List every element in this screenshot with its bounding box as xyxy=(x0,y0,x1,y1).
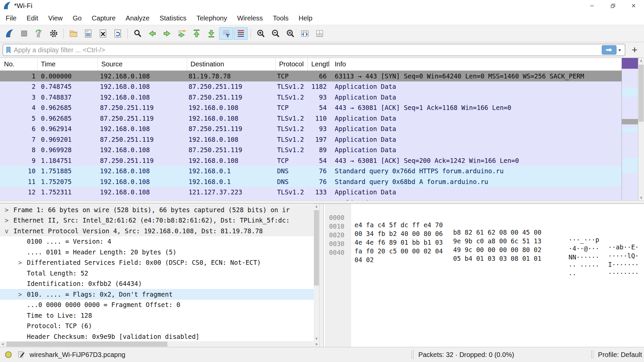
packet-row[interactable]: 7 0.969201 87.250.251.119 192.168.0.108 … xyxy=(0,134,622,145)
detail-line[interactable]: > Ethernet II, Src: Intel_82:61:62 (e4:7… xyxy=(0,215,314,226)
filter-bookmark-icon[interactable] xyxy=(4,45,14,55)
colorize-button[interactable] xyxy=(219,27,233,40)
hex-row[interactable]: 0020 4e 4e f6 89 01 bb b1 03 49 9c 00 00… xyxy=(324,224,644,233)
column-header-info[interactable]: Info xyxy=(329,58,622,70)
horizontal-splitter[interactable] xyxy=(0,200,644,203)
menu-item-help[interactable]: Help xyxy=(293,12,317,24)
menu-item-analyze[interactable]: Analyze xyxy=(121,12,155,24)
scroll-right-icon[interactable]: > xyxy=(314,341,319,347)
menu-item-edit[interactable]: Edit xyxy=(21,12,43,24)
column-header-destination[interactable]: Destination xyxy=(187,58,276,70)
packet-row[interactable]: 8 0.969928 192.168.0.108 87.250.251.119 … xyxy=(0,145,622,156)
detail-line[interactable]: > Frame 1: 66 bytes on wire (528 bits), … xyxy=(0,204,314,215)
menu-item-capture[interactable]: Capture xyxy=(87,12,120,24)
capture-options-button[interactable] xyxy=(47,27,61,40)
packet-row[interactable]: 11 1.752075 192.168.0.108 192.168.0.1 DN… xyxy=(0,176,622,187)
scrollbar-thumb[interactable] xyxy=(639,65,644,122)
expander-icon[interactable]: > xyxy=(5,217,13,224)
go-forward-button[interactable] xyxy=(160,27,174,40)
go-back-button[interactable] xyxy=(145,27,159,40)
detail-line[interactable]: 0100 .... = Version: 4 xyxy=(0,236,314,247)
zoom-out-button[interactable] xyxy=(268,27,282,40)
open-file-button[interactable] xyxy=(66,27,80,40)
packet-row[interactable]: 12 1.752311 192.168.0.108 121.127.37.223… xyxy=(0,187,622,198)
capture-comment-icon[interactable] xyxy=(17,350,25,359)
packet-row[interactable]: 4 0.962685 87.250.251.119 192.168.0.108 … xyxy=(0,103,622,113)
vertical-splitter[interactable] xyxy=(319,204,324,347)
go-to-packet-button[interactable] xyxy=(175,27,189,40)
packet-list-minimap[interactable] xyxy=(622,58,638,200)
scroll-down-icon[interactable]: ∨ xyxy=(638,195,644,200)
packet-row[interactable]: 9 1.184751 87.250.251.119 192.168.0.108 … xyxy=(0,155,622,166)
profile-label[interactable]: Profile: Default xyxy=(598,351,642,359)
close-button[interactable] xyxy=(623,0,644,11)
display-filter-input[interactable] xyxy=(14,45,602,55)
find-packet-button[interactable] xyxy=(130,27,145,40)
column-header-protocol[interactable]: Protocol xyxy=(276,58,308,70)
resize-columns-button[interactable] xyxy=(298,27,312,40)
packet-row[interactable]: 5 0.962685 87.250.251.119 192.168.0.108 … xyxy=(0,113,622,124)
column-header-no[interactable]: No. xyxy=(0,58,38,70)
minimize-button[interactable] xyxy=(582,0,602,11)
detail-line[interactable]: Total Length: 52 xyxy=(0,268,314,279)
go-first-button[interactable] xyxy=(190,27,204,40)
detail-line[interactable]: Time to Live: 128 xyxy=(0,310,314,321)
scroll-left-icon[interactable]: < xyxy=(0,341,6,347)
column-header-source[interactable]: Source xyxy=(98,58,187,70)
detail-line[interactable]: Identification: 0xfbb2 (64434) xyxy=(0,279,314,289)
detail-line[interactable]: > Differentiated Services Field: 0x00 (D… xyxy=(0,257,314,268)
scrollbar-thumb[interactable] xyxy=(314,210,319,286)
expander-icon[interactable]: > xyxy=(18,291,27,298)
menu-item-go[interactable]: Go xyxy=(68,12,87,24)
packet-row[interactable]: 2 0.748745 192.168.0.108 87.250.251.119 … xyxy=(0,81,622,92)
restart-capture-button[interactable] xyxy=(32,27,46,40)
expander-icon[interactable]: > xyxy=(5,206,13,214)
apply-filter-button[interactable] xyxy=(602,45,616,55)
details-horizontal-scrollbar[interactable]: < > xyxy=(0,341,319,347)
menu-item-wireless[interactable]: Wireless xyxy=(232,12,268,24)
hex-row[interactable]: 0010 00 34 fb b2 40 00 80 06 9e 9b c0 a8… xyxy=(324,215,644,224)
detail-line[interactable]: .... 0101 = Header Length: 20 bytes (5) xyxy=(0,247,314,257)
layout-button[interactable]: 123 xyxy=(313,27,327,40)
stop-capture-button[interactable] xyxy=(17,27,31,40)
column-header-length[interactable]: Length xyxy=(308,58,329,70)
filter-dropdown-chevron-icon[interactable]: ▾ xyxy=(618,47,624,53)
scrollbar-thumb[interactable] xyxy=(6,342,167,347)
menu-item-file[interactable]: File xyxy=(1,12,21,24)
column-header-time[interactable]: Time xyxy=(38,58,98,70)
details-vertical-scrollbar[interactable]: ∧ ∨ xyxy=(314,204,319,341)
expert-info-icon[interactable] xyxy=(4,350,13,359)
zoom-original-button[interactable] xyxy=(283,27,297,40)
expander-icon[interactable]: > xyxy=(18,259,27,266)
packet-row[interactable]: 6 0.962914 192.168.0.108 87.250.251.119 … xyxy=(0,124,622,134)
start-capture-button[interactable] xyxy=(2,27,16,40)
menu-item-statistics[interactable]: Statistics xyxy=(155,12,192,24)
reload-file-button[interactable] xyxy=(111,27,125,40)
hex-row[interactable]: 0000 e4 fa c4 5f dc ff e4 70 b8 82 61 62… xyxy=(324,206,644,215)
packet-row[interactable]: 13 1.752371 192.168.0.108 121.127.37.223… xyxy=(0,197,622,200)
close-file-button[interactable] xyxy=(96,27,110,40)
packet-row[interactable]: 1 0.000000 192.168.0.108 81.19.78.78 TCP… xyxy=(0,71,622,81)
packet-list-scrollbar[interactable]: ∧ ∨ xyxy=(638,58,644,200)
scroll-down-icon[interactable]: ∨ xyxy=(314,336,319,341)
scroll-up-icon[interactable]: ∧ xyxy=(314,204,319,209)
hex-row[interactable]: 0040 04 02 ·· xyxy=(324,241,644,250)
detail-line[interactable]: ...0 0000 0000 0000 = Fragment Offset: 0 xyxy=(0,300,314,310)
packet-row[interactable]: 3 0.748837 192.168.0.108 87.250.251.119 … xyxy=(0,92,622,103)
autoscroll-button[interactable] xyxy=(234,27,248,40)
scroll-up-icon[interactable]: ∧ xyxy=(638,58,644,64)
packet-bytes-pane[interactable]: 0000 e4 fa c4 5f dc ff e4 70 b8 82 61 62… xyxy=(324,204,644,347)
detail-line[interactable]: > 010. .... = Flags: 0x2, Don't fragment xyxy=(0,289,314,300)
detail-line[interactable]: v Internet Protocol Version 4, Src: 192.… xyxy=(0,226,314,236)
add-filter-button[interactable]: + xyxy=(628,44,641,56)
menu-item-telephony[interactable]: Telephony xyxy=(192,12,232,24)
save-file-button[interactable] xyxy=(81,27,95,40)
detail-line[interactable]: Header Checksum: 0x9e9b [validation disa… xyxy=(0,331,314,341)
detail-line[interactable]: Protocol: TCP (6) xyxy=(0,321,314,331)
go-last-button[interactable] xyxy=(204,27,218,40)
restore-button[interactable] xyxy=(602,0,623,11)
menu-item-tools[interactable]: Tools xyxy=(268,12,294,24)
hex-row[interactable]: 0030 fa f0 20 c5 00 00 02 04 05 b4 01 03… xyxy=(324,233,644,241)
expander-icon[interactable]: v xyxy=(5,227,13,235)
packet-row[interactable]: 10 1.751885 192.168.0.108 192.168.0.1 DN… xyxy=(0,166,622,177)
